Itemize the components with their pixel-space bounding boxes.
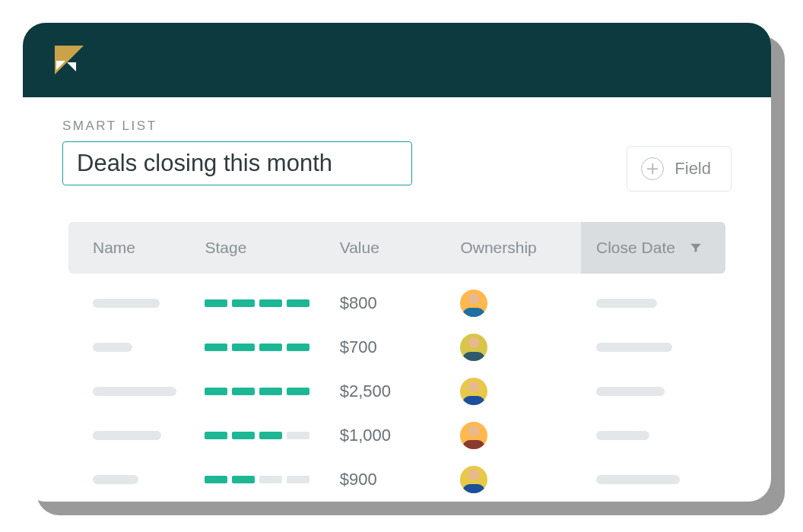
- cell-ownership: [460, 422, 581, 449]
- stage-progress: [205, 476, 309, 483]
- col-header-name[interactable]: Name: [68, 222, 205, 274]
- cell-value: $700: [340, 337, 461, 357]
- list-title-input[interactable]: [62, 141, 412, 185]
- col-header-value[interactable]: Value: [340, 222, 461, 274]
- stage-progress: [205, 344, 309, 351]
- cell-name: [68, 475, 205, 484]
- stage-segment: [259, 388, 282, 395]
- svg-marker-2: [67, 62, 76, 71]
- stage-segment: [205, 388, 227, 395]
- plus-circle-icon: [641, 157, 664, 180]
- name-placeholder: [93, 343, 132, 352]
- title-row: Field: [62, 141, 732, 192]
- stage-segment: [287, 476, 309, 483]
- app-logo-icon: [50, 41, 88, 79]
- close-date-placeholder: [596, 387, 665, 396]
- deals-table: Name Stage Value Ownership Close Date $8…: [62, 222, 732, 502]
- table-body: $800$700$2,500$1,000$900: [68, 281, 725, 502]
- table-row[interactable]: $800: [68, 281, 725, 325]
- stage-segment: [205, 432, 227, 439]
- stage-segment: [232, 344, 255, 351]
- owner-avatar[interactable]: [460, 334, 487, 361]
- col-header-stage[interactable]: Stage: [205, 222, 339, 274]
- section-label: SMART LIST: [62, 119, 732, 134]
- stage-segment: [259, 299, 282, 307]
- stage-segment: [259, 432, 282, 439]
- cell-stage: [205, 299, 339, 307]
- close-date-placeholder: [596, 299, 657, 308]
- stage-segment: [232, 299, 255, 307]
- stage-segment: [287, 388, 309, 395]
- stage-segment: [232, 432, 255, 439]
- cell-name: [68, 343, 205, 352]
- table-row[interactable]: $2,500: [68, 369, 725, 413]
- owner-avatar[interactable]: [460, 378, 487, 405]
- cell-close-date: [581, 387, 725, 396]
- cell-close-date: [581, 431, 725, 440]
- stage-progress: [205, 432, 309, 439]
- cell-stage: [205, 344, 339, 351]
- cell-ownership: [460, 378, 581, 405]
- titlebar: [23, 23, 771, 97]
- table-header: Name Stage Value Ownership Close Date: [68, 222, 725, 274]
- owner-avatar[interactable]: [460, 422, 487, 449]
- name-placeholder: [93, 431, 161, 440]
- cell-name: [68, 299, 205, 308]
- table-row[interactable]: $900: [68, 458, 725, 502]
- stage-progress: [205, 388, 309, 395]
- name-placeholder: [93, 387, 176, 396]
- table-row[interactable]: $1,000: [68, 413, 725, 458]
- name-placeholder: [93, 475, 138, 484]
- table-row[interactable]: $700: [68, 325, 725, 369]
- cell-name: [68, 431, 205, 440]
- stage-segment: [232, 476, 255, 483]
- app-window: SMART LIST Field Name Stage Value Owners…: [23, 23, 771, 502]
- stage-segment: [287, 432, 309, 439]
- content-area: SMART LIST Field Name Stage Value Owners…: [23, 97, 771, 502]
- col-header-ownership[interactable]: Ownership: [460, 222, 581, 274]
- svg-marker-1: [56, 61, 65, 70]
- stage-segment: [259, 344, 282, 351]
- cell-value: $900: [340, 470, 461, 489]
- cell-close-date: [581, 343, 725, 352]
- stage-segment: [205, 299, 227, 307]
- cell-name: [68, 387, 205, 396]
- stage-segment: [287, 299, 309, 307]
- owner-avatar[interactable]: [460, 290, 487, 317]
- stage-segment: [259, 476, 282, 483]
- cell-stage: [205, 432, 339, 439]
- filter-icon: [689, 241, 703, 255]
- stage-segment: [205, 476, 227, 483]
- add-field-button[interactable]: Field: [627, 146, 732, 192]
- cell-value: $800: [340, 293, 461, 313]
- cell-value: $1,000: [340, 426, 461, 445]
- cell-close-date: [581, 299, 725, 308]
- cell-close-date: [581, 475, 725, 484]
- close-date-placeholder: [596, 431, 649, 440]
- col-header-close-date[interactable]: Close Date: [581, 222, 725, 274]
- cell-stage: [205, 476, 339, 483]
- stage-segment: [232, 388, 255, 395]
- add-field-label: Field: [674, 159, 711, 179]
- owner-avatar[interactable]: [460, 466, 487, 493]
- svg-marker-0: [55, 46, 84, 74]
- stage-segment: [205, 344, 227, 351]
- cell-ownership: [460, 290, 581, 317]
- cell-value: $2,500: [340, 382, 461, 401]
- cell-stage: [205, 388, 339, 395]
- name-placeholder: [93, 299, 160, 308]
- close-date-placeholder: [596, 343, 672, 352]
- close-date-placeholder: [596, 475, 680, 484]
- cell-ownership: [460, 334, 581, 361]
- stage-segment: [287, 344, 309, 351]
- cell-ownership: [460, 466, 581, 493]
- stage-progress: [205, 299, 309, 307]
- col-header-close-date-label: Close Date: [596, 239, 675, 257]
